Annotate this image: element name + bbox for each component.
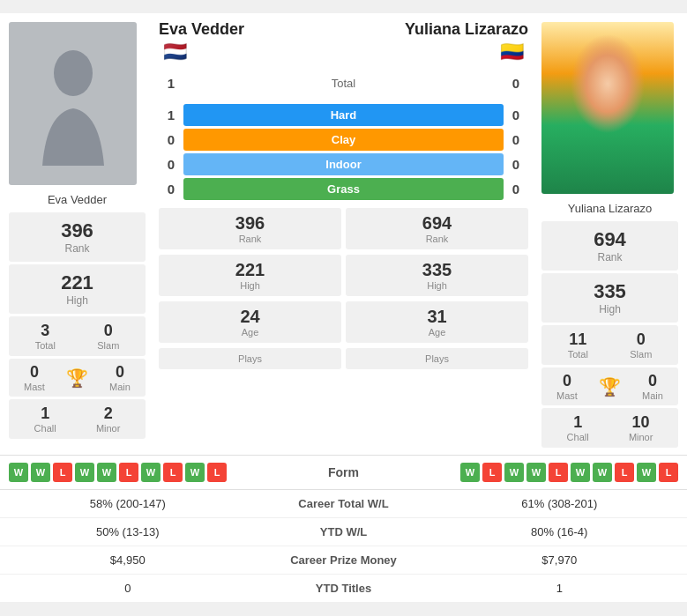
trophy-icon-left: 🏆 — [66, 367, 88, 389]
ytd-titles-label: YTD Titles — [256, 582, 432, 595]
player-left-high-box: 221 High — [9, 264, 146, 314]
player-right-flag: 🇨🇴 — [405, 39, 528, 65]
form-badge-left: L — [53, 463, 72, 482]
hard-score-right: 0 — [504, 108, 528, 122]
player-right-name-photo: Yuliana Lizarazo — [533, 198, 687, 219]
form-badge-right: W — [571, 463, 590, 482]
player-left-slam-value: 0 — [104, 322, 113, 340]
player-left-rank-value: 396 — [16, 219, 138, 242]
player-left-mast-label: Mast — [24, 382, 45, 392]
player-left-total-value: 3 — [41, 322, 49, 340]
form-badge-right: L — [615, 463, 634, 482]
center-right-age-lbl: Age — [351, 327, 523, 338]
form-row: WWLWWLWLWL Form WLWWLWWLWL — [9, 463, 678, 482]
total-label: Total — [183, 73, 504, 93]
form-badge-left: W — [97, 463, 116, 482]
total-score-right: 0 — [504, 76, 528, 91]
player-left-high-value: 221 — [16, 271, 138, 294]
player-right-high-label: High — [549, 303, 671, 315]
player-right-chall-label: Chall — [567, 432, 589, 442]
indoor-score-left: 0 — [159, 157, 183, 172]
form-badge-left: W — [31, 463, 50, 482]
center-left-plays-lbl: Plays — [164, 353, 336, 364]
clay-score-left: 0 — [159, 132, 183, 147]
form-badges-right: WLWWLWWLWL — [460, 463, 678, 482]
player-right-minor-value: 10 — [632, 413, 650, 432]
grass-badge: Grass — [183, 178, 504, 200]
indoor-badge: Indoor — [183, 153, 504, 175]
prize-label: Career Prize Money — [256, 553, 432, 567]
center-right-rank-lbl: Rank — [351, 234, 523, 244]
ytd-titles-row: 0 YTD Titles 1 — [0, 575, 687, 603]
player-right-mast-value: 0 — [563, 372, 571, 390]
center-right-plays-lbl: Plays — [351, 353, 523, 364]
ytd-wl-row: 50% (13-13) YTD W/L 80% (16-4) — [0, 518, 687, 546]
player-left-rank-label: Rank — [16, 242, 138, 255]
center-right-age: 31 — [351, 307, 523, 327]
form-badges-left: WWLWWLWLWL — [9, 463, 227, 482]
player-right-mast-main: 0 Mast 🏆 0 Main — [541, 367, 678, 405]
stats-table: 58% (200-147) Career Total W/L 61% (308-… — [0, 489, 687, 603]
prize-row: $4,950 Career Prize Money $7,970 — [0, 546, 687, 575]
player-right-mast-label: Mast — [556, 390, 578, 401]
center-right-high: 335 — [351, 260, 523, 280]
center-right-rank: 694 — [351, 213, 523, 234]
player-right-photo-inner — [541, 22, 674, 194]
player-left-minor-value: 2 — [104, 404, 113, 423]
player-right-name-center: Yuliana Lizarazo — [405, 20, 528, 39]
player-left-mast-main: 0 Mast 🏆 0 Main — [9, 359, 146, 397]
trophy-icon-right: 🏆 — [599, 376, 621, 397]
player-left-minor-label: Minor — [96, 423, 121, 434]
form-badge-right: W — [460, 463, 480, 482]
form-title: Form — [328, 465, 359, 479]
player-right-chall-minor: 1 Chall 10 Minor — [541, 408, 678, 448]
total-score-left: 1 — [159, 76, 183, 91]
player-silhouette-left — [29, 42, 117, 166]
ytd-titles-right: 1 — [432, 582, 688, 595]
center-left-age: 24 — [164, 307, 336, 327]
clay-score-right: 0 — [504, 132, 528, 147]
player-right-total-label: Total — [568, 349, 588, 360]
player-right-main-value: 0 — [648, 372, 657, 390]
hard-badge: Hard — [183, 104, 504, 126]
center-right-high-lbl: High — [351, 280, 523, 291]
clay-badge: Clay — [183, 129, 504, 151]
form-badge-left: W — [75, 463, 94, 482]
career-total-row: 58% (200-147) Career Total W/L 61% (308-… — [0, 490, 687, 518]
form-badge-right: W — [593, 463, 612, 482]
player-right-slam-value: 0 — [637, 330, 646, 349]
player-left-photo — [9, 22, 137, 185]
indoor-score-right: 0 — [504, 157, 528, 172]
form-badge-left: W — [141, 463, 161, 482]
form-badge-right: W — [637, 463, 656, 482]
player-right-minor-label: Minor — [629, 432, 653, 442]
form-badge-left: L — [163, 463, 183, 482]
hard-score-left: 1 — [159, 108, 183, 122]
player-left-name-center: Eva Vedder — [159, 20, 244, 39]
player-right-chall-value: 1 — [573, 413, 582, 432]
grass-score-right: 0 — [504, 182, 528, 197]
player-right-rank-label: Rank — [549, 251, 671, 263]
player-left-main-value: 0 — [116, 363, 124, 382]
ytd-titles-left: 0 — [0, 582, 256, 595]
player-left-chall-value: 1 — [41, 404, 49, 423]
player-right-main-label: Main — [642, 390, 663, 401]
center-left-age-lbl: Age — [164, 327, 336, 338]
player-left-rank-box: 396 Rank — [9, 212, 146, 262]
player-right-rank-box: 694 Rank — [541, 221, 678, 271]
player-right-total-value: 11 — [569, 330, 586, 349]
prize-right: $7,970 — [432, 553, 688, 567]
player-right-high-box: 335 High — [541, 273, 678, 323]
surface-block: 1 Hard 0 0 Clay 0 0 Indoor 0 0 Grass — [154, 99, 533, 205]
player-left-mast-value: 0 — [30, 363, 39, 382]
center-left-rank: 396 — [164, 213, 336, 234]
form-badge-left: W — [185, 463, 205, 482]
form-badge-right: W — [526, 463, 546, 482]
center-left-high-lbl: High — [164, 280, 336, 291]
player-left-slam-label: Slam — [97, 340, 119, 351]
ytd-wl-left: 50% (13-13) — [0, 525, 256, 538]
grass-score-left: 0 — [159, 182, 183, 197]
form-badge-right: L — [549, 463, 568, 482]
form-badge-left: L — [207, 463, 227, 482]
player-left-name-photo: Eva Vedder — [0, 189, 154, 210]
